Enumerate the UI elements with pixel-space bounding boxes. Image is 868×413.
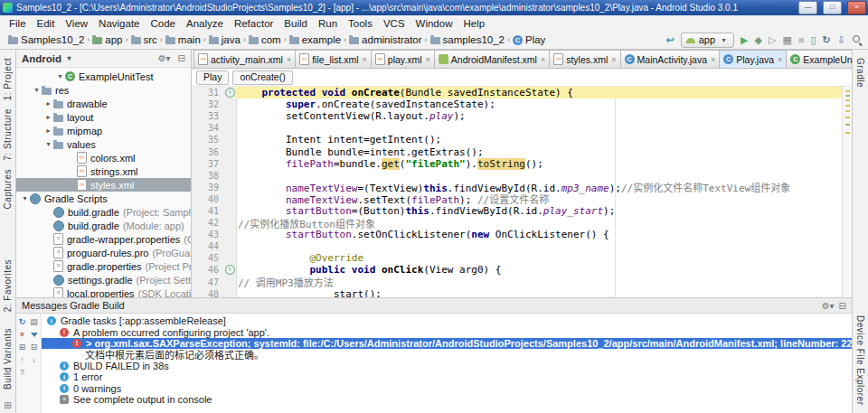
close-tab-icon[interactable] bbox=[287, 55, 291, 64]
tree-item-settings-gradle[interactable]: settings.gradle(Project Settings) bbox=[16, 273, 191, 286]
close-tab-icon[interactable] bbox=[711, 55, 715, 64]
chevron-down-icon[interactable] bbox=[55, 72, 65, 80]
tool-button-1-project[interactable]: 1: Project bbox=[3, 58, 13, 100]
tool-button-captures[interactable]: Captures bbox=[3, 169, 13, 210]
tab-play-xml[interactable]: play.xml bbox=[371, 50, 435, 68]
error-stripe-mark[interactable] bbox=[845, 99, 850, 101]
tool-button-7-structure[interactable]: 7: Structure bbox=[3, 108, 13, 161]
toggle-output-icon[interactable] bbox=[28, 315, 40, 328]
tree-item-exampleunittest[interactable]: ExampleUnitTest bbox=[16, 70, 191, 83]
tree-item-build-gradle[interactable]: build.gradle(Project: Samples10_2) bbox=[16, 205, 191, 219]
tool-button-2-favorites[interactable]: 2: Favorites bbox=[3, 259, 13, 312]
menu-analyze[interactable]: Analyze bbox=[181, 17, 229, 30]
back-icon[interactable] bbox=[665, 34, 674, 45]
breadcrumb-samples10-2[interactable]: Samples10_2 bbox=[7, 34, 85, 45]
tree-item-gradle-wrapper-properties[interactable]: gradle-wrapper.properties(Gradle Version… bbox=[16, 232, 191, 246]
error-stripe-mark[interactable] bbox=[845, 95, 850, 97]
close-icon[interactable] bbox=[16, 328, 28, 341]
breadcrumb-com[interactable]: com bbox=[248, 34, 282, 45]
breadcrumb-src[interactable]: src bbox=[130, 34, 158, 45]
tree-item-layout[interactable]: layout bbox=[16, 110, 191, 124]
next-icon[interactable] bbox=[28, 353, 40, 366]
tool-button-gradle[interactable]: Gradle bbox=[855, 58, 865, 88]
tab-file-list-xml[interactable]: file_list.xml bbox=[295, 50, 372, 68]
chevron-right-icon[interactable] bbox=[43, 113, 53, 121]
stop-icon[interactable] bbox=[798, 34, 805, 45]
menu-view[interactable]: View bbox=[60, 17, 93, 30]
tree-item-build-gradle[interactable]: build.gradle(Module: app) bbox=[16, 219, 191, 232]
error-stripe-mark[interactable] bbox=[845, 132, 850, 134]
message-row[interactable]: BUILD FAILED in 38s bbox=[42, 361, 852, 371]
menu-refactor[interactable]: Refactor bbox=[229, 17, 278, 30]
message-row[interactable]: A problem occurred configuring project '… bbox=[42, 326, 852, 337]
previous-icon[interactable] bbox=[16, 353, 28, 366]
error-stripe[interactable] bbox=[842, 87, 852, 297]
error-stripe-mark[interactable] bbox=[845, 105, 850, 107]
close-tab-icon[interactable] bbox=[426, 55, 430, 64]
code-editor[interactable]: 31 protected void onCreate(Bundle savedI… bbox=[192, 87, 852, 297]
message-row[interactable]: 文档中根元素后面的标记必须格式正确。 bbox=[42, 349, 852, 360]
tree-item-values[interactable]: values bbox=[16, 137, 191, 151]
search-icon[interactable] bbox=[852, 34, 863, 45]
expand-all-icon[interactable] bbox=[16, 341, 28, 353]
message-row[interactable]: Gradle tasks [:app:assembleRelease] bbox=[42, 315, 852, 326]
run-config-selector[interactable]: app bbox=[681, 33, 734, 48]
tree-item-mipmap[interactable]: mipmap bbox=[16, 124, 191, 137]
help-icon[interactable] bbox=[16, 366, 28, 379]
debug-icon[interactable] bbox=[755, 34, 762, 45]
hide-panel-icon[interactable] bbox=[178, 53, 185, 63]
menu-run[interactable]: Run bbox=[313, 17, 343, 30]
menu-code[interactable]: Code bbox=[145, 17, 181, 30]
menu-help[interactable]: Help bbox=[458, 17, 490, 30]
menu-file[interactable]: File bbox=[4, 17, 32, 30]
error-stripe-mark[interactable] bbox=[845, 124, 850, 126]
hide-panel-icon[interactable] bbox=[839, 301, 846, 311]
minimize-button[interactable]: — bbox=[798, 1, 817, 14]
breadcrumb-example[interactable]: example bbox=[288, 34, 342, 45]
profiler-icon[interactable] bbox=[782, 34, 791, 45]
override-marker-icon[interactable] bbox=[225, 265, 235, 275]
menu-vcs[interactable]: VCS bbox=[378, 17, 410, 30]
sdk-manager-icon[interactable] bbox=[837, 34, 845, 45]
close-button[interactable]: × bbox=[847, 1, 866, 14]
tab-styles-xml[interactable]: styles.xml bbox=[549, 50, 620, 68]
message-row[interactable]: > org.xml.sax.SAXParseException; systemI… bbox=[42, 338, 852, 349]
chevron-right-icon[interactable] bbox=[43, 99, 53, 108]
override-marker-icon[interactable] bbox=[225, 88, 235, 98]
toolwindow-toggle-icon[interactable] bbox=[4, 400, 11, 410]
breadcrumb-method[interactable]: onCreate() bbox=[232, 70, 292, 85]
tab-exampleunittest-java[interactable]: ExampleUnitTest.java bbox=[786, 50, 852, 68]
collapse-all-icon[interactable] bbox=[28, 341, 40, 353]
close-tab-icon[interactable] bbox=[541, 55, 545, 64]
tree-item-gradle-properties[interactable]: gradle.properties(Project Properties) bbox=[16, 259, 191, 273]
tab-play-java[interactable]: Play.java bbox=[719, 50, 787, 68]
menu-window[interactable]: Window bbox=[410, 17, 458, 30]
message-row[interactable]: See complete output in console bbox=[42, 394, 852, 405]
tool-button-device-file-explorer[interactable]: Device File Explorer bbox=[855, 315, 865, 405]
breadcrumb-class[interactable]: Play bbox=[196, 70, 229, 85]
breadcrumb-play[interactable]: Play bbox=[512, 34, 546, 45]
tree-item-styles-xml[interactable]: styles.xml bbox=[16, 178, 191, 192]
breadcrumb-app[interactable]: app bbox=[91, 34, 123, 45]
error-stripe-mark[interactable] bbox=[845, 117, 850, 118]
run-icon[interactable] bbox=[741, 34, 748, 45]
project-view-selector[interactable]: Android bbox=[22, 53, 74, 64]
breadcrumb-java[interactable]: java bbox=[208, 34, 241, 45]
tree-item-gradle-scripts[interactable]: Gradle Scripts bbox=[16, 192, 191, 205]
tree-item-drawable[interactable]: drawable bbox=[16, 97, 191, 110]
tree-item-strings-xml[interactable]: strings.xml bbox=[16, 164, 191, 178]
close-tab-icon[interactable] bbox=[363, 55, 367, 64]
avd-manager-icon[interactable] bbox=[811, 34, 816, 45]
tree-item-colors-xml[interactable]: colors.xml bbox=[16, 151, 191, 164]
error-stripe-mark[interactable] bbox=[845, 110, 850, 112]
tree-item-local-properties[interactable]: local.properties(SDK Location) bbox=[16, 286, 191, 297]
breadcrumb-main[interactable]: main bbox=[165, 34, 202, 45]
filter-icon[interactable] bbox=[28, 328, 40, 341]
tab-androidmanifest-xml[interactable]: AndroidManifest.xml bbox=[434, 50, 550, 68]
title-bar[interactable]: Samples10_2 - [C:\Users\Administrator\An… bbox=[0, 0, 868, 15]
breadcrumb-samples10-2[interactable]: samples10_2 bbox=[429, 34, 505, 45]
messages-header[interactable]: Messages Gradle Build bbox=[16, 298, 852, 314]
chevron-down-icon[interactable] bbox=[43, 140, 53, 148]
error-stripe-mark[interactable] bbox=[845, 90, 850, 92]
close-tab-icon[interactable] bbox=[778, 55, 782, 64]
